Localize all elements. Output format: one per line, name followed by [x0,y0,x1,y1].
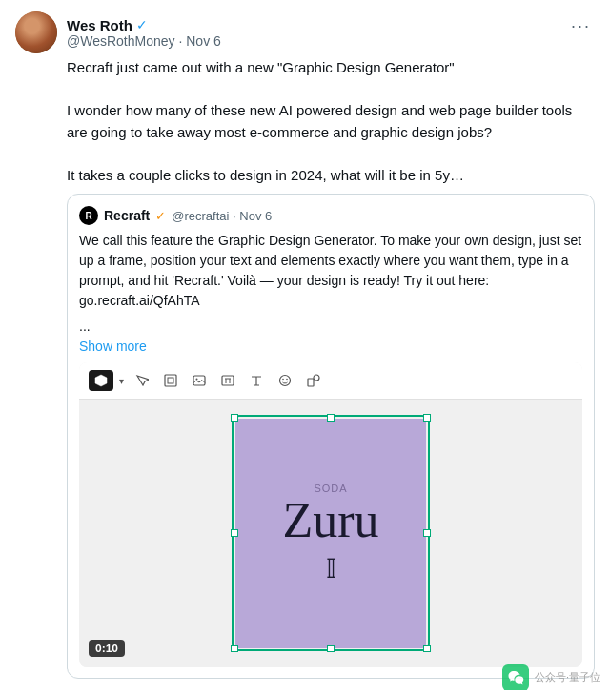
tweet-header: Wes Roth ✓ @WesRothMoney · Nov 6 ··· [15,11,595,53]
handle-mr[interactable] [423,529,431,537]
handle-tl[interactable] [231,414,238,422]
tweet-date: Nov 6 [186,33,221,49]
design-text-cursor: 𝕀 [326,553,336,585]
svg-rect-4 [222,376,234,385]
quoted-ellipsis: ... [79,319,582,334]
video-timer: 0:10 [89,640,125,657]
quoted-handle-date: @recraftai · Nov 6 [172,209,272,223]
svg-point-6 [282,379,284,381]
svg-rect-1 [168,378,173,383]
tweet-text: Recraft just came out with a new "Graphi… [67,57,595,186]
editor-toolbar: ▾ [79,362,582,400]
tweet-actions: 4 682 [118,690,595,700]
quoted-handle: @recraftai [172,209,229,223]
quoted-tweet-text: We call this feature the Graphic Design … [79,231,582,311]
handle-bm[interactable] [327,645,335,652]
tweet-line-1: Recraft just came out with a new "Graphi… [67,59,455,75]
user-info: Wes Roth ✓ @WesRothMoney · Nov 6 [67,17,221,49]
svg-point-9 [314,375,319,381]
editor-canvas: SODA Zuru 𝕀 [79,400,582,667]
svg-rect-8 [308,379,314,386]
watermark-wechat-icon [502,664,529,690]
handle-bl[interactable] [231,645,238,652]
toolbar-logo-icon[interactable] [89,370,113,391]
shapes-tool-icon[interactable] [303,370,324,391]
quoted-user-name[interactable]: Recraft [104,208,150,223]
handle-tr[interactable] [423,414,431,422]
tweet-line-3: It takes a couple clicks to design in 20… [67,167,464,183]
ellipsis-icon: ··· [571,16,591,35]
text-tool-icon[interactable] [246,370,267,391]
design-card: SODA Zuru 𝕀 [235,419,426,648]
text-style-tool-icon[interactable] [217,370,238,391]
more-options-button[interactable]: ··· [567,11,595,38]
media-container[interactable]: ▾ [79,362,582,667]
tweet-line-2: I wonder how many of these new AI powere… [67,102,572,140]
handle-tm[interactable] [327,414,335,422]
user-name[interactable]: Wes Roth [67,17,132,33]
svg-point-7 [286,379,288,381]
show-more-link[interactable]: Show more [79,339,147,354]
quoted-tweet-header: R Recraft ✓ @recraftai · Nov 6 [79,206,582,225]
svg-rect-0 [165,375,176,386]
quoted-verified-badge: ✓ [155,209,166,223]
user-name-row: Wes Roth ✓ [67,17,221,33]
design-main-text: Zuru [282,496,378,546]
handle-ml[interactable] [231,529,238,537]
cursor-tool-icon[interactable] [132,370,152,391]
tweet-body: Recraft just came out with a new "Graphi… [67,57,595,700]
emoji-tool-icon[interactable] [274,370,295,391]
design-soda-label: SODA [314,483,347,494]
quoted-tweet[interactable]: R Recraft ✓ @recraftai · Nov 6 We call t… [67,194,595,679]
frame-tool-icon[interactable] [160,370,181,391]
verified-badge: ✓ [136,17,148,32]
user-handle-date: @WesRothMoney · Nov 6 [67,33,221,49]
tweet-container: Wes Roth ✓ @WesRothMoney · Nov 6 ··· Rec… [0,0,610,700]
quoted-avatar-icon: R [85,211,92,221]
handle-br[interactable] [423,645,431,652]
watermark-label: 公众号·量子位 [535,670,600,685]
watermark: 公众号·量子位 [502,664,600,690]
toolbar-dropdown-arrow[interactable]: ▾ [119,376,124,386]
svg-point-3 [196,379,198,381]
image-tool-icon[interactable] [189,370,210,391]
quoted-avatar: R [79,206,98,225]
avatar[interactable] [15,11,57,53]
user-handle[interactable]: @WesRothMoney [67,33,175,49]
svg-point-5 [280,376,291,386]
tweet-header-left: Wes Roth ✓ @WesRothMoney · Nov 6 [15,11,221,53]
quoted-date: Nov 6 [239,209,272,223]
